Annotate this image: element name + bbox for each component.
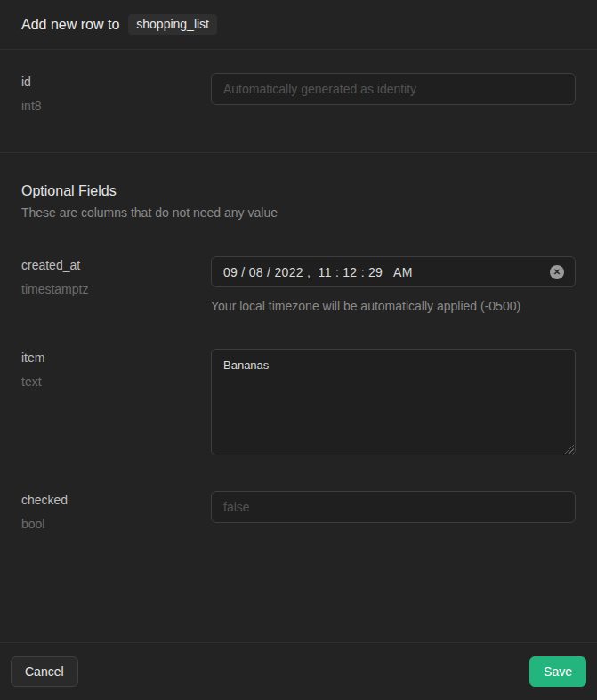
field-label-col-created-at: created_at timestamptz: [21, 256, 190, 313]
optional-fields-title: Optional Fields: [21, 183, 576, 199]
field-row-id: id int8: [21, 73, 576, 113]
field-input-col-created-at: 09 / 08 / 2022 , 11 : 12 : 29 AM ✕ Your …: [211, 256, 576, 313]
field-label-col-checked: checked bool: [21, 491, 190, 531]
cancel-button[interactable]: Cancel: [11, 656, 78, 687]
field-label-col-id: id int8: [21, 73, 190, 113]
field-row-item: item text Bananas: [21, 349, 576, 455]
optional-fields-subtitle: These are columns that do not need any v…: [21, 205, 576, 220]
field-label-item: item: [21, 350, 190, 365]
page-title: Add new row to shopping_list: [21, 14, 217, 35]
required-fields-section: id int8: [0, 50, 597, 153]
item-textarea[interactable]: Bananas: [211, 349, 576, 455]
panel-footer: Cancel Save: [0, 642, 597, 700]
optional-fields-header: Optional Fields These are columns that d…: [0, 153, 597, 220]
created-at-datetime-input[interactable]: 09 / 08 / 2022 , 11 : 12 : 29 AM ✕: [211, 256, 576, 287]
optional-fields-section: created_at timestamptz 09 / 08 / 2022 , …: [0, 220, 597, 531]
field-type-checked: bool: [21, 517, 190, 531]
field-input-col-checked: [211, 491, 576, 531]
circle-x-icon[interactable]: ✕: [550, 265, 564, 279]
field-label-created-at: created_at: [21, 258, 190, 272]
item-textarea-wrap: Bananas: [211, 349, 576, 455]
add-row-panel: Add new row to shopping_list id int8 Opt…: [0, 0, 597, 700]
save-button[interactable]: Save: [529, 656, 586, 687]
id-input[interactable]: [211, 73, 576, 105]
field-row-checked: checked bool: [21, 491, 576, 531]
checked-input[interactable]: [211, 491, 576, 523]
field-input-col-item: Bananas: [211, 349, 576, 455]
panel-header: Add new row to shopping_list: [0, 0, 597, 50]
table-name-badge: shopping_list: [128, 14, 217, 35]
field-label-checked: checked: [21, 493, 190, 507]
field-type-item: text: [21, 374, 190, 389]
field-row-created-at: created_at timestamptz 09 / 08 / 2022 , …: [21, 256, 576, 313]
timezone-helper-text: Your local timezone will be automaticall…: [211, 299, 576, 313]
field-label-col-item: item text: [21, 349, 190, 455]
field-input-col-id: [211, 73, 576, 113]
field-type-id: int8: [21, 99, 190, 113]
field-label-id: id: [21, 75, 190, 89]
panel-title-text: Add new row to: [21, 17, 119, 33]
created-at-datetime-value: 09 / 08 / 2022 , 11 : 12 : 29 AM: [223, 265, 413, 279]
field-type-created-at: timestamptz: [21, 282, 190, 296]
